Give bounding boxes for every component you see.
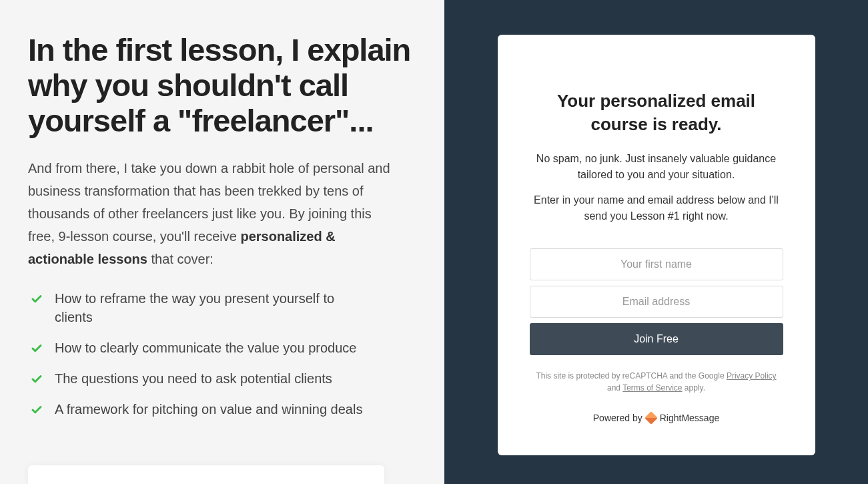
bullet-list: How to reframe the way you present yours… <box>28 289 416 419</box>
card-subtitle-2: Enter in your name and email address bel… <box>530 192 783 224</box>
card-subtitle-1: No spam, no junk. Just insanely valuable… <box>530 151 783 183</box>
terms-of-service-link[interactable]: Terms of Service <box>622 383 682 393</box>
next-section-peek <box>28 465 384 484</box>
list-item: A framework for pitching on value and wi… <box>31 400 416 419</box>
intro-paragraph: And from there, I take you down a rabbit… <box>28 157 402 270</box>
rightmessage-logo-icon <box>644 411 658 425</box>
form-fields: Join Free <box>530 243 783 355</box>
check-icon <box>31 293 43 305</box>
bullet-text: How to reframe the way you present yours… <box>55 289 375 326</box>
bullet-text: The questions you need to ask potential … <box>55 369 332 388</box>
legal-pre: This site is protected by reCAPTCHA and … <box>536 371 726 381</box>
list-item: How to clearly communicate the value you… <box>31 338 416 357</box>
check-icon <box>31 342 43 354</box>
signup-column: Your personalized email course is ready.… <box>444 0 868 484</box>
card-title: Your personalized email course is ready. <box>530 89 783 136</box>
email-input[interactable] <box>530 286 783 318</box>
bullet-text: How to clearly communicate the value you… <box>55 338 356 357</box>
list-item: The questions you need to ask potential … <box>31 369 416 388</box>
bullet-text: A framework for pitching on value and wi… <box>55 400 362 419</box>
check-icon <box>31 373 43 385</box>
powered-by: Powered by RightMessage <box>530 413 783 423</box>
intro-text-pre: And from there, I take you down a rabbit… <box>28 161 390 244</box>
check-icon <box>31 404 43 416</box>
powered-by-brand: RightMessage <box>660 413 720 423</box>
page-headline: In the first lesson, I explain why you s… <box>28 32 416 138</box>
privacy-policy-link[interactable]: Privacy Policy <box>727 371 777 381</box>
first-name-input[interactable] <box>530 248 783 280</box>
legal-post: apply. <box>683 383 705 393</box>
legal-and: and <box>607 383 622 393</box>
signup-card: Your personalized email course is ready.… <box>498 35 815 455</box>
list-item: How to reframe the way you present yours… <box>31 289 416 326</box>
powered-by-pre: Powered by <box>593 413 642 423</box>
join-free-button[interactable]: Join Free <box>530 323 783 355</box>
content-column: In the first lesson, I explain why you s… <box>0 0 444 484</box>
intro-text-post: that cover: <box>147 252 213 266</box>
legal-text: This site is protected by reCAPTCHA and … <box>530 370 783 394</box>
